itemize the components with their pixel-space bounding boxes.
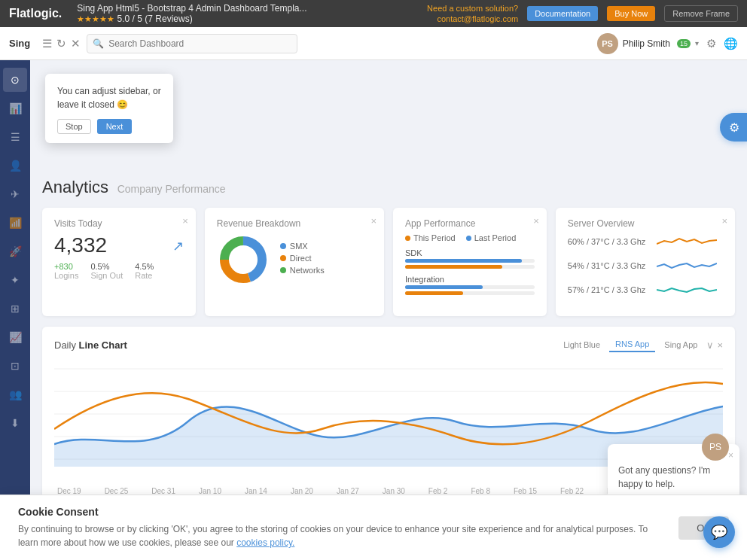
cookie-title: Cookie Consent: [18, 506, 663, 518]
visits-meta-logins: +830 Logins: [54, 262, 78, 280]
refresh-icon[interactable]: ↻: [56, 37, 66, 50]
custom-solution: Need a custom solution? contact@flatlogi…: [427, 3, 518, 25]
chart-expand-icon[interactable]: ∨: [706, 339, 714, 351]
perf-legend-this: This Period: [405, 233, 456, 242]
signout-label: Sign Out: [90, 271, 123, 280]
server-line-2: [657, 282, 717, 298]
app-tab-label: Sing: [9, 38, 30, 49]
visits-card-title: Visits Today: [54, 218, 184, 229]
visits-card-close[interactable]: ×: [182, 215, 188, 227]
perf-legend-last: Last Period: [466, 233, 517, 242]
browser-title: Sing App Html5 - Bootstrap 4 Admin Dashb…: [77, 3, 418, 24]
perf-bar-bg-sdk-this: [405, 265, 535, 269]
donut-chart: [217, 233, 270, 286]
sidebar-item-home[interactable]: ⊙: [3, 68, 27, 92]
server-card-close[interactable]: ×: [721, 215, 727, 227]
signout-value: 0.5%: [90, 262, 123, 271]
server-overview-card: × Server Overview 60% / 37°C / 3.3 Ghz 5…: [556, 208, 735, 316]
perf-bar-int-this: [405, 291, 463, 295]
settings-icon[interactable]: ⚙: [706, 37, 716, 50]
visits-card-value: 4,332: [54, 233, 184, 257]
tooltip-next-button[interactable]: Next: [97, 119, 133, 134]
sidebar-item-star[interactable]: ✦: [3, 268, 27, 292]
sidebar-item-rocket[interactable]: 🚀: [3, 239, 27, 263]
visits-meta: +830 Logins 0.5% Sign Out 4.5% Rate: [54, 262, 184, 280]
tab-rns-app[interactable]: RNS App: [609, 337, 655, 352]
revenue-card-close[interactable]: ×: [370, 215, 377, 227]
hamburger-icon[interactable]: ☰: [42, 37, 52, 50]
server-label-0: 60% / 37°C / 3.3 Ghz: [568, 237, 651, 246]
app-perf-title: App Performance: [405, 218, 535, 229]
chevron-down-icon: ▾: [695, 39, 699, 47]
tooltip-popup: You can adjust sidebar, or leave it clos…: [45, 74, 173, 143]
live-chat-button[interactable]: 💬: [703, 516, 735, 548]
server-row-1: 54% / 31°C / 3.3 Ghz: [568, 257, 723, 274]
perf-bar-sdk-this: [405, 265, 502, 269]
search-input[interactable]: [87, 34, 297, 53]
revenue-legend: SMX Direct Networks: [280, 242, 325, 278]
buy-now-button[interactable]: Buy Now: [607, 6, 655, 21]
donut-wrap: SMX Direct Networks: [217, 233, 372, 286]
flatlogic-logo: Flatlogic.: [9, 7, 62, 20]
legend-dot-networks: [280, 267, 286, 273]
sidebar-item-grid2[interactable]: ⊡: [3, 354, 27, 378]
server-row-0: 60% / 37°C / 3.3 Ghz: [568, 233, 723, 250]
tab-sing-app[interactable]: Sing App: [658, 338, 703, 352]
server-row-2: 57% / 21°C / 3.3 Ghz: [568, 282, 723, 298]
perf-dot-last: [466, 236, 471, 241]
documentation-button[interactable]: Documentation: [527, 6, 598, 21]
perf-legend: This Period Last Period: [405, 233, 535, 242]
perf-bar-bg-int-last: [405, 285, 535, 289]
rate-value: 4.5%: [135, 262, 154, 271]
app-bar-icons: ☰ ↻ ✕: [42, 37, 81, 50]
tooltip-stop-button[interactable]: Stop: [57, 119, 91, 134]
sidebar-item-wifi[interactable]: 📶: [3, 211, 27, 235]
tooltip-text: You can adjust sidebar, or leave it clos…: [57, 84, 161, 111]
user-name: Philip Smith: [623, 38, 670, 49]
avatar: PS: [597, 33, 618, 54]
cookie-text: By continuing to browse or by clicking '…: [18, 522, 663, 549]
sidebar-item-chart[interactable]: 📊: [3, 96, 27, 120]
server-line-1: [657, 257, 717, 274]
sidebar-item-users[interactable]: 👤: [3, 154, 27, 178]
chart-close-icon[interactable]: ×: [717, 339, 723, 351]
page-title: Analytics: [42, 178, 108, 196]
chat-text: Got any questions? I'm happy to help.: [618, 464, 729, 491]
sidebar-item-grid[interactable]: ⊞: [3, 297, 27, 321]
line-chart-tabs: Light Blue RNS App Sing App ∨ ×: [557, 337, 723, 352]
rate-label: Rate: [135, 271, 154, 280]
user-profile[interactable]: PS Philip Smith 15 ▾: [597, 33, 699, 54]
cookie-consent-bar: Cookie Consent By continuing to browse o…: [0, 495, 747, 560]
sidebar-item-person[interactable]: 👥: [3, 382, 27, 406]
chat-close-button[interactable]: ×: [728, 450, 733, 461]
float-settings-button[interactable]: ⚙: [720, 113, 747, 142]
page-subtitle: Company Performance: [117, 183, 226, 195]
perf-row-sdk: SDK: [405, 248, 535, 269]
page-title-row: Analytics Company Performance: [42, 178, 735, 197]
sidebar-item-download[interactable]: ⬇: [3, 411, 27, 435]
app-perf-close[interactable]: ×: [533, 215, 539, 227]
visits-trend-icon: ↗: [172, 238, 184, 254]
legend-dot-smx: [280, 243, 286, 249]
user-badge: 15: [677, 39, 691, 48]
line-chart-header: Daily Line Chart Light Blue RNS App Sing…: [54, 337, 723, 352]
legend-direct: Direct: [280, 254, 325, 263]
server-card-title: Server Overview: [568, 218, 723, 229]
close-icon[interactable]: ✕: [71, 37, 81, 50]
revenue-card-title: Revenue Breakdown: [217, 218, 372, 229]
perf-row-integration: Integration: [405, 275, 535, 295]
cookie-content: Cookie Consent By continuing to browse o…: [18, 506, 663, 549]
globe-icon[interactable]: 🌐: [724, 37, 738, 50]
sidebar-item-send[interactable]: ✈: [3, 182, 27, 206]
remove-frame-button[interactable]: Remove Frame: [664, 5, 738, 22]
sidebar-item-list[interactable]: ☰: [3, 125, 27, 149]
sidebar-item-stats[interactable]: 📈: [3, 325, 27, 349]
tab-light-blue[interactable]: Light Blue: [557, 338, 606, 352]
server-line-0: [657, 233, 717, 250]
search-wrap: 🔍: [87, 34, 297, 53]
perf-dot-this: [405, 236, 410, 241]
tooltip-buttons: Stop Next: [57, 119, 161, 134]
cookie-policy-link[interactable]: cookies policy.: [236, 537, 294, 548]
perf-bar-bg-int-this: [405, 291, 535, 295]
main-layout: ⊙ 📊 ☰ 👤 ✈ 📶 🚀 ✦ ⊞ 📈 ⊡ 👥 ⬇ ⚙ You can adju…: [0, 60, 747, 560]
